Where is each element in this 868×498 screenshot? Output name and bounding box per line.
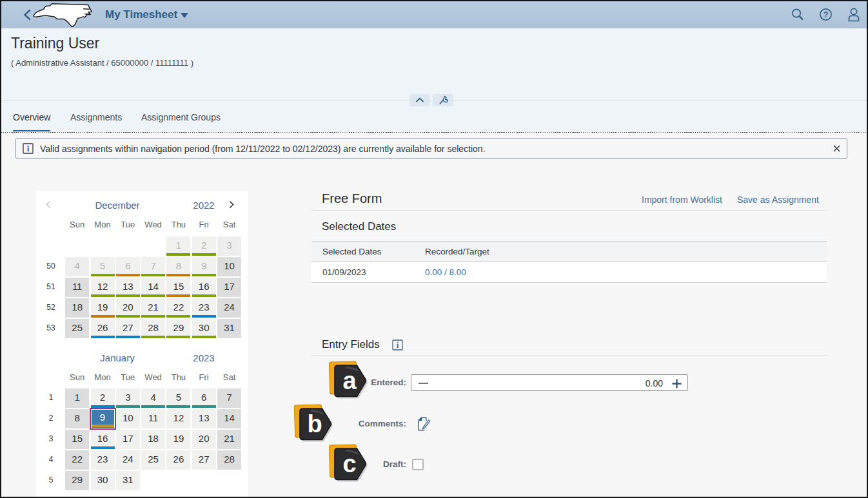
svg-text:b: b	[307, 410, 322, 437]
svg-text:i: i	[27, 145, 30, 153]
svg-text:i: i	[397, 341, 399, 349]
svg-text:a: a	[342, 367, 357, 394]
svg-text:c: c	[342, 450, 356, 477]
svg-text:?: ?	[824, 10, 829, 19]
